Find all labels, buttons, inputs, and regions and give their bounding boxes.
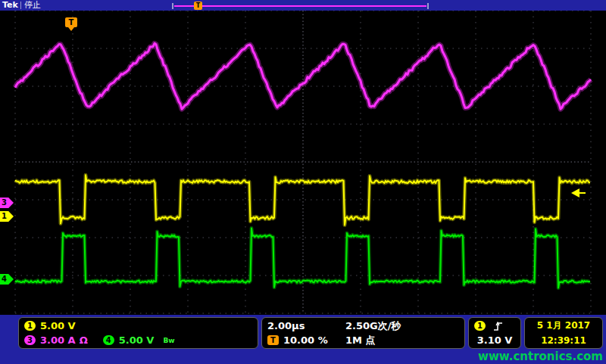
record-view-left-bracket: [172, 3, 173, 9]
time-row: 12:39:11: [525, 333, 602, 347]
channel-3-badge: 3: [24, 335, 36, 345]
timebase-row: 2.00μs 2.50G次/秒: [262, 319, 464, 333]
date-time-box: 5 1月 2017 12:39:11: [524, 317, 603, 349]
horizontal-position-badge: T: [267, 335, 279, 345]
top-status-bar: Tek 停止 T: [0, 0, 606, 11]
date-row: 5 1月 2017: [525, 319, 602, 333]
trigger-level-arrow-tail: [579, 192, 586, 194]
channel-1-badge: 1: [24, 321, 36, 331]
oscilloscope-screenshot: Tek 停止 T T 3 1 4 1 5.00 V 3 3.00 A Ω: [0, 0, 606, 364]
channel-4-readout: 4 5.00 V Bw: [103, 334, 175, 346]
bandwidth-limit-icon: Bw: [163, 337, 174, 344]
channel-4-scale: 5.00 V: [119, 334, 155, 346]
trigger-readout-box: 1 3.10 V: [468, 317, 521, 349]
channel-3-scale: 3.00 A: [40, 334, 76, 346]
record-length-value: 1M 点: [345, 334, 376, 347]
channel-1-readout: 1 5.00 V: [19, 319, 258, 333]
trigger-level-row: 3.10 V: [469, 333, 520, 347]
trigger-level-value: 3.10 V: [477, 334, 513, 346]
horizontal-position-value: 10.00 %: [283, 334, 328, 346]
trigger-source-badge: 1: [474, 321, 486, 331]
channel-readout-box: 1 5.00 V 3 3.00 A Ω 4 5.00 V Bw: [18, 317, 258, 349]
time-value: 12:39:11: [541, 335, 586, 346]
rising-edge-icon: [493, 321, 504, 331]
trigger-position-marker: T: [65, 17, 77, 27]
horizontal-acquisition-box: 2.00μs 2.50G次/秒 T 10.00 % 1M 点: [261, 317, 465, 349]
channel-4-badge: 4: [103, 335, 114, 345]
timebase-value: 2.00μs: [267, 320, 305, 331]
date-value: 5 1月 2017: [537, 319, 590, 332]
waveform-plot: [0, 11, 606, 315]
trigger-level-arrow-icon: [571, 188, 579, 198]
record-view-bar: [174, 5, 426, 7]
tek-logo: Tek: [2, 0, 18, 11]
divider: [20, 2, 21, 9]
position-record-row: T 10.00 % 1M 点: [262, 333, 464, 347]
bottom-readout-bar: 1 5.00 V 3 3.00 A Ω 4 5.00 V Bw 2.00μs 2…: [0, 315, 606, 364]
channel-3-coupling: Ω: [80, 334, 88, 346]
channel-1-scale: 5.00 V: [40, 320, 76, 331]
sample-rate-value: 2.50G次/秒: [345, 319, 401, 333]
trigger-source-row: 1: [469, 319, 520, 333]
watermark: www.cntronics.com: [478, 350, 603, 363]
record-view-right-bracket: [427, 3, 429, 9]
acquisition-state-label: 停止: [24, 0, 41, 11]
waveform-display: T 3 1 4: [0, 11, 606, 315]
record-view-trigger-marker: T: [194, 2, 202, 10]
channel-3-4-readout: 3 3.00 A Ω 4 5.00 V Bw: [19, 333, 258, 347]
